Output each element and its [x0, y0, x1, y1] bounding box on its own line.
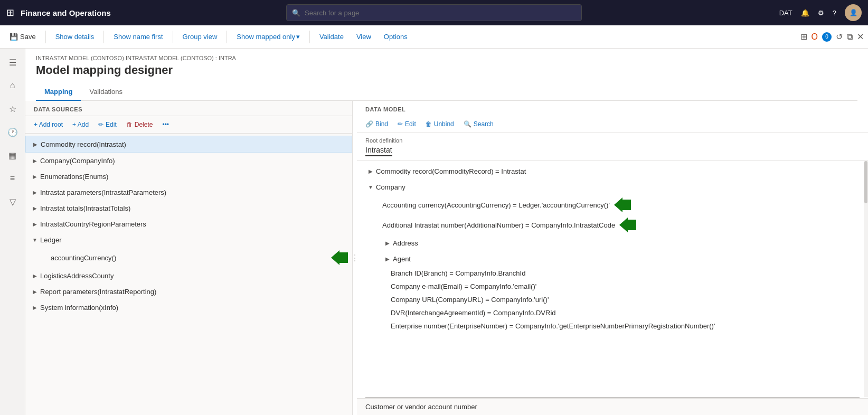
tree-item-commodity-record[interactable]: ▶ Commodity record(Intrastat): [25, 136, 352, 153]
data-model-title: DATA MODEL: [365, 106, 860, 112]
left-sidebar: ☰ ⌂ ☆ 🕐 ▦ ≡ ▽: [0, 49, 25, 415]
data-sources-title: DATA SOURCES: [34, 106, 344, 112]
bookmark-icon[interactable]: ⊞: [800, 32, 807, 42]
main-content: INTRASTAT MODEL (CONTOSO) INTRASTAT MODE…: [25, 49, 868, 415]
tab-mapping[interactable]: Mapping: [36, 83, 81, 101]
tree-item-accounting-currency[interactable]: accountingCurrency(): [25, 248, 352, 268]
delete-button[interactable]: 🗑 Delete: [122, 119, 157, 130]
model-item-email[interactable]: Company e-mail(Email) = CompanyInfo.'ema…: [357, 280, 868, 293]
tree-item-label: Commodity record(Intrastat): [41, 140, 347, 148]
data-model-panel: DATA MODEL 🔗 Bind ✏ Edit 🗑 Unbind: [357, 101, 868, 415]
tree-item-logistics[interactable]: ▶ LogisticsAddressCounty: [25, 268, 352, 284]
tree-item-intrastat-totals[interactable]: ▶ Intrastat totals(IntrastatTotals): [25, 200, 352, 216]
svg-marker-2: [619, 218, 636, 232]
options-button[interactable]: Options: [379, 31, 413, 43]
settings-icon[interactable]: ⚙: [818, 9, 824, 17]
chevron-down-icon: ▾: [296, 33, 300, 41]
more-button[interactable]: •••: [158, 119, 173, 130]
data-model-toolbar: 🔗 Bind ✏ Edit 🗑 Unbind 🔍 Search: [357, 116, 868, 133]
save-icon: 💾: [10, 33, 18, 41]
dm-edit-button[interactable]: ✏ Edit: [393, 119, 420, 129]
tree-item-intrastat-country[interactable]: ▶ IntrastatCountryRegionParameters: [25, 216, 352, 232]
show-name-first-button[interactable]: Show name first: [108, 31, 168, 43]
unbind-button[interactable]: 🗑 Unbind: [421, 119, 458, 129]
scrollbar-thumb[interactable]: [864, 161, 867, 203]
view-button[interactable]: View: [351, 31, 376, 43]
sidebar-filter-icon[interactable]: ▽: [3, 192, 22, 211]
tree-item-report-params[interactable]: ▶ Report parameters(IntrastatReporting): [25, 284, 352, 299]
separator3: [173, 31, 173, 43]
model-item-dvr[interactable]: DVR(InterchangeAgreementId) = CompanyInf…: [357, 306, 868, 319]
root-def-label: Root definition: [365, 137, 860, 144]
tab-validations[interactable]: Validations: [81, 83, 131, 101]
app-title: Finance and Operations: [21, 8, 111, 17]
edit-button[interactable]: ✏ Edit: [94, 119, 121, 130]
sidebar-home-icon[interactable]: ⌂: [3, 76, 22, 95]
tree-item-enumerations[interactable]: ▶ Enumerations(Enums): [25, 168, 352, 184]
top-navigation: ⊞ Finance and Operations 🔍 DAT 🔔 ⚙ ? 👤: [0, 0, 868, 25]
dm-search-button[interactable]: 🔍 Search: [459, 119, 498, 129]
data-model-header: DATA MODEL: [357, 101, 868, 116]
breadcrumb: INTRASTAT MODEL (CONTOSO) INTRASTAT MODE…: [36, 55, 857, 61]
tree-item-company[interactable]: ▶ Company(CompanyInfo): [25, 153, 352, 168]
sidebar-list-icon[interactable]: ≡: [3, 169, 22, 188]
tree-item-intrastat-params[interactable]: ▶ Intrastat parameters(IntrastatParamete…: [25, 184, 352, 200]
model-item-additional-intrastat[interactable]: Additional Intrastat number(AdditionalNu…: [357, 215, 868, 235]
main-layout: ☰ ⌂ ☆ 🕐 ▦ ≡ ▽ INTRASTAT MODEL (CONTOSO) …: [0, 49, 868, 415]
sidebar-grid-icon[interactable]: ▦: [3, 146, 22, 165]
scrollbar-track[interactable]: [864, 161, 868, 397]
save-button[interactable]: 💾 Save: [4, 31, 41, 43]
bottom-text: Customer or vendor account number: [365, 403, 477, 411]
tab-bar: Mapping Validations: [36, 83, 857, 101]
sidebar-recent-icon[interactable]: 🕐: [3, 122, 22, 142]
tree-item-ledger[interactable]: ▼ Ledger: [25, 232, 352, 248]
office-icon[interactable]: O: [812, 32, 818, 42]
svg-marker-0: [331, 250, 348, 265]
nav-right: DAT 🔔 ⚙ ? 👤: [779, 4, 862, 21]
global-search-bar[interactable]: 🔍: [286, 4, 582, 21]
sidebar-menu-icon[interactable]: ☰: [3, 53, 22, 72]
model-item-address[interactable]: ▶ Address: [357, 235, 868, 251]
search-input[interactable]: [305, 9, 576, 17]
green-arrow-left-3: [619, 218, 636, 232]
data-sources-panel: DATA SOURCES + Add root + Add ✏ Edit 🗑: [25, 101, 353, 415]
bottom-bar: Customer or vendor account number: [357, 398, 868, 415]
separator5: [309, 31, 310, 43]
svg-marker-1: [614, 197, 631, 212]
model-item-accounting-currency[interactable]: Accounting currency(AccountingCurrency) …: [357, 195, 868, 215]
group-view-button[interactable]: Group view: [177, 31, 223, 43]
tree-item-system-info[interactable]: ▶ System information(xInfo): [25, 299, 352, 315]
model-item-commodity[interactable]: ▶ Commodity record(CommodityRecord) = In…: [357, 163, 868, 179]
panels: DATA SOURCES + Add root + Add ✏ Edit 🗑: [25, 101, 868, 415]
search-icon: 🔍: [292, 9, 300, 17]
root-definition: Root definition Intrastat: [357, 133, 868, 161]
validate-button[interactable]: Validate: [314, 31, 349, 43]
show-mapped-only-button[interactable]: Show mapped only ▾: [231, 31, 305, 43]
help-icon[interactable]: ?: [833, 9, 836, 17]
command-bar: 💾 Save Show details Show name first Grou…: [0, 25, 868, 49]
badge-count: 0: [822, 32, 832, 42]
show-details-button[interactable]: Show details: [50, 31, 100, 43]
model-item-agent[interactable]: ▶ Agent: [357, 251, 868, 267]
panel-drag-handle[interactable]: [353, 101, 357, 415]
data-sources-header: DATA SOURCES: [25, 101, 352, 116]
model-item-url[interactable]: Company URL(CompanyURL) = CompanyInfo.'u…: [357, 293, 868, 306]
sidebar-star-icon[interactable]: ☆: [3, 99, 22, 118]
add-root-button[interactable]: + Add root: [30, 119, 67, 130]
model-item-enterprise[interactable]: Enterprise number(EnterpriseNumber) = Co…: [357, 319, 868, 333]
expand-icon[interactable]: ⧉: [847, 32, 853, 42]
green-arrow-left-2: [614, 197, 631, 212]
expand-icon: ▶: [30, 139, 41, 149]
app-grid-icon[interactable]: ⊞: [6, 7, 14, 18]
refresh-icon[interactable]: ↺: [836, 32, 843, 42]
bind-button[interactable]: 🔗 Bind: [361, 119, 392, 129]
avatar[interactable]: 👤: [845, 4, 862, 21]
close-icon[interactable]: ✕: [857, 32, 864, 42]
notification-icon[interactable]: 🔔: [801, 9, 809, 17]
separator4: [227, 31, 227, 43]
separator: [45, 31, 46, 43]
model-item-branch[interactable]: Branch ID(Branch) = CompanyInfo.BranchId: [357, 267, 868, 280]
model-item-company[interactable]: ▼ Company: [357, 179, 868, 195]
page-title: Model mapping designer: [36, 63, 857, 77]
add-button[interactable]: + Add: [68, 119, 93, 130]
